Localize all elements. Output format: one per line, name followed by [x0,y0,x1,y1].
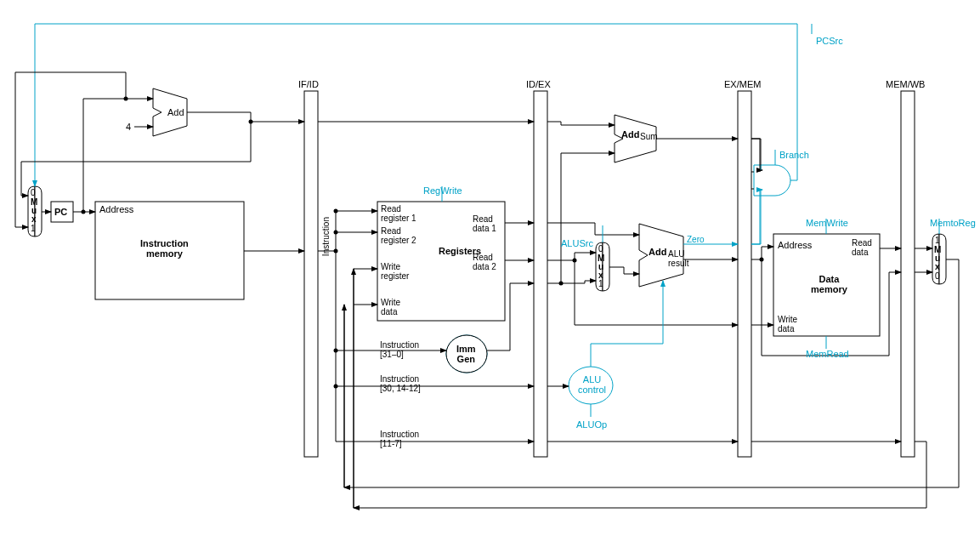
idex-reg [534,91,547,457]
wb-mux-1: 1 [935,236,940,245]
ifid-label: IF/ID [298,79,319,89]
aluop-label: ALUOp [576,419,607,430]
regwrite-label: RegWrite [423,185,462,196]
memtoreg-label: MemtoReg [930,218,976,228]
svg-point-3 [334,249,338,254]
wb-mux-r [939,234,946,284]
add-pc4-label: Add [167,107,184,117]
exmem-reg [738,91,751,457]
pipeline-datapath-diagram: .w { stroke:#000; stroke-width:1; fill:n… [0,0,980,547]
inst31-0: Instruction [31–0] [380,340,419,359]
addsum-add: Add [621,129,639,140]
alu-add: Add [649,247,666,257]
pc-label: PC [54,207,67,217]
imem-label: Instruction memory [140,238,189,259]
const-4: 4 [126,122,131,132]
inst30: Instruction [30, 14-12] [380,374,421,393]
pcmux-x: x [31,214,37,224]
exmem-label: EX/MEM [724,79,761,89]
aluctrl-label: ALU control [578,374,606,395]
wr-label: Write register [381,262,409,281]
inst11-7: Instruction [11-7] [380,430,419,448]
pcmux-1: 1 [31,224,36,233]
alusrc-mux-0: 0 [598,244,603,254]
memwb-label: MEM/WB [886,79,925,89]
zero-label: Zero [687,235,705,244]
dmem-addr: Address [778,240,812,250]
branch-label: Branch [779,150,809,160]
dmem-rdata: Read data [852,238,872,257]
addsum-sum: Sum [640,132,658,141]
pcsrc-label: PCSrc [816,36,843,46]
rr2-label: Read register 2 [381,226,416,245]
dmem-wdata: Write data [778,315,797,333]
branch-and [754,165,790,196]
ifid-reg [304,91,318,457]
idex-label: ID/EX [526,79,551,89]
alu-result: ALU result [668,249,688,268]
instruction-vertical: Instruction [321,217,331,256]
rd2-label: Read data 2 [473,253,496,271]
imem-addr: Address [99,204,133,214]
memread-label: MemRead [806,349,849,359]
wb-mux-x: x [935,262,940,271]
dmem-label: Data memory [811,274,847,294]
pcmux-0: 0 [31,188,36,197]
rr1-label: Read register 1 [381,204,416,223]
alusrc-mux-r [603,242,609,291]
alusrc-label: ALUSrc [561,238,593,248]
memwrite-label: MemWrite [806,218,848,228]
rd1-label: Read data 1 [473,214,496,233]
memwb-reg [901,91,915,457]
alusrc-mux-1: 1 [598,279,603,288]
immgen-label: Imm Gen [456,344,476,364]
wb-mux-0: 0 [935,271,940,281]
wd-label: Write data [381,298,400,316]
